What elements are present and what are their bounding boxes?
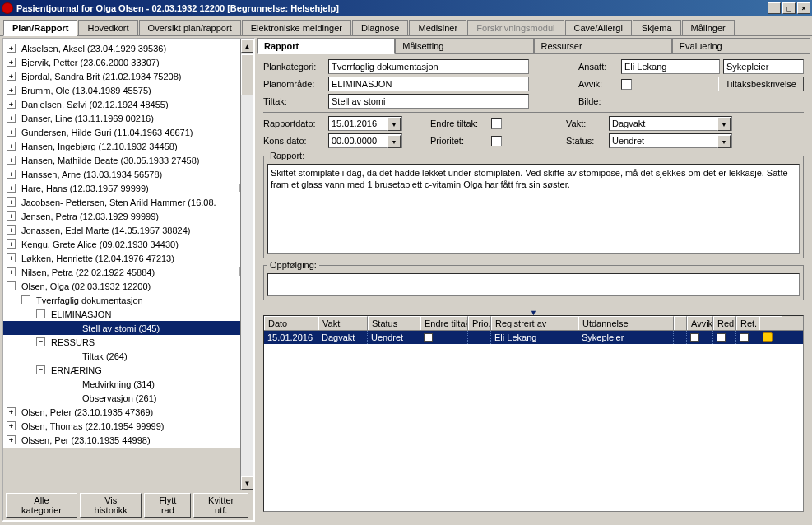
scroll-down-button[interactable]: ▼ [241,476,253,490]
expand-icon[interactable]: + [7,225,16,235]
tab-elektroniskemeldinger[interactable]: Elektroniske meldinger [242,20,351,35]
col-ret[interactable]: Ret. [736,316,759,330]
expand-icon[interactable]: + [7,267,16,276]
collapse-icon[interactable]: − [36,309,45,318]
tree-item[interactable]: Tiltak (264) [3,349,253,363]
avvik-checkbox[interactable] [621,79,632,90]
expand-icon[interactable]: + [7,156,16,165]
tab-medisiner[interactable]: Medisiner [409,20,466,35]
row-red-checkbox[interactable] [713,331,736,344]
col-endre[interactable]: Endre tiltak [420,316,468,330]
collapse-icon[interactable]: − [7,281,16,290]
col-dato[interactable]: Dato [264,316,318,330]
tree-item[interactable]: +Akselsen, Aksel (23.04.1929 39536) [3,41,253,55]
vakt-dropdown[interactable]: Dagvakt [609,116,732,131]
subtab-rapport[interactable]: Rapport [257,38,395,54]
expand-icon[interactable]: + [7,239,16,249]
tree-item[interactable]: +Danser, Line (13.11.1969 00216) [3,111,253,125]
grid-row[interactable]: 15.01.2016 Dagvakt Uendret Eli Lekang Sy… [264,331,803,344]
tree-item[interactable]: Medvirkning (314) [3,377,253,391]
col-avvik[interactable]: Avvik [687,316,713,330]
scroll-thumb[interactable] [241,54,253,95]
collapse-icon[interactable]: − [21,295,30,304]
expand-icon[interactable]: + [7,142,16,151]
tab-diagnose[interactable]: Diagnose [352,20,408,35]
konsdato-dropdown[interactable]: 00.00.0000 [328,133,402,148]
tree-item[interactable]: +Nilsen, Petra (22.02.1922 45884) [3,265,253,279]
tree-item[interactable]: +Løkken, Henriette (12.04.1976 47213) [3,251,253,265]
tree-scrollbar[interactable]: ▲ ▼ [240,39,253,490]
status-dropdown[interactable]: Uendret [609,133,732,148]
maximize-button[interactable]: □ [782,2,796,14]
tab-hovedkort[interactable]: Hovedkort [78,20,137,35]
expand-icon[interactable]: + [7,211,16,221]
scroll-up-button[interactable]: ▲ [241,39,253,53]
endre-tiltak-checkbox[interactable] [491,118,502,129]
expand-icon[interactable]: + [7,421,16,430]
expand-icon[interactable]: + [7,435,16,444]
tree-item[interactable]: +Jacobsen- Pettersen, Sten Arild Hammer … [3,195,253,209]
tree-item[interactable]: −RESSURS [3,335,253,349]
tree-item[interactable]: +Hansen, Mathilde Beate (30.05.1933 2745… [3,153,253,167]
tree-item[interactable]: −ERNÆRING [3,363,253,377]
expand-icon[interactable]: + [7,58,16,67]
patient-tree[interactable]: +Akselsen, Aksel (23.04.1929 39536)+Bjer… [3,39,253,448]
kvitter-utf-button[interactable]: Kvitter utf. [193,493,248,518]
rapport-textarea[interactable]: Skiftet stomiplate i dag, da det hadde l… [267,164,800,254]
col-icon[interactable] [759,316,782,330]
tree-item[interactable]: +Jensen, Petra (12.03.1929 99999) [3,209,253,223]
expand-icon[interactable]: + [7,197,16,207]
tree-item[interactable]: +Hansen, Ingebjørg (12.10.1932 34458) [3,139,253,153]
tiltaksbeskrivelse-button[interactable]: Tiltaksbeskrivelse [718,77,804,91]
tree-item[interactable]: +Brumm, Ole (13.04.1989 45575) [3,83,253,97]
tree-item[interactable]: −Tverrfaglig dokumentasjon [3,293,253,307]
subtab-ressurser[interactable]: Ressurser [534,38,672,53]
rapportdato-dropdown[interactable]: 15.01.2016 [328,116,402,131]
tab-oversiktplanrapport[interactable]: Oversikt plan/rapport [139,20,241,35]
splitter-handle[interactable]: ▼ [263,309,804,315]
tree-item[interactable]: +Hanssen, Arne (13.03.1934 56578) [3,167,253,181]
tree-item[interactable]: Observasjon (261) [3,391,253,405]
prioritet-checkbox[interactable] [491,136,502,146]
expand-icon[interactable]: + [7,184,16,193]
vis-historikk-button[interactable]: Vis historikk [80,493,142,518]
tree-item[interactable]: Stell av stomi (345) [3,321,253,335]
tree-item[interactable]: +Gundersen, Hilde Guri (11.04.1963 46671… [3,125,253,139]
tree-item[interactable]: +Olsen, Peter (23.10.1935 47369) [3,405,253,419]
collapse-icon[interactable]: − [36,365,45,374]
row-endre-checkbox[interactable] [420,331,468,344]
col-blank[interactable] [674,316,687,330]
col-red[interactable]: Red. [713,316,736,330]
tree-item[interactable]: +Danielsen, Sølvi (02.12.1924 48455) [3,97,253,111]
tree-item[interactable]: +Hare, Hans (12.03.1957 99999) [3,181,253,195]
expand-icon[interactable]: + [7,407,16,416]
tab-mlinger[interactable]: Målinger [682,20,735,35]
tree-item[interactable]: +Bjervik, Petter (23.06.2000 33307) [3,55,253,69]
tab-planrapport[interactable]: Plan/Rapport [3,20,77,36]
flytt-rad-button[interactable]: Flytt rad [144,493,191,518]
expand-icon[interactable]: + [7,86,16,95]
row-ret-checkbox[interactable] [736,331,759,344]
tab-skjema[interactable]: Skjema [633,20,681,35]
subtab-evaluering[interactable]: Evaluering [672,38,810,53]
col-vakt[interactable]: Vakt [318,316,368,330]
col-prio[interactable]: Prio. [468,316,491,330]
expand-icon[interactable]: + [7,44,16,53]
close-button[interactable]: × [797,2,810,14]
expand-icon[interactable]: + [7,253,16,262]
history-grid[interactable]: Dato Vakt Status Endre tiltak Prio. Regi… [263,315,804,512]
tree-item[interactable]: −ELIMINASJON [3,307,253,321]
tree-item[interactable]: −Olsen, Olga (02.03.1932 12200) [3,279,253,293]
tree-item[interactable]: +Kengu, Grete Alice (09.02.1930 34430) [3,237,253,251]
minimize-button[interactable]: _ [768,2,781,14]
expand-icon[interactable]: + [7,128,16,137]
expand-icon[interactable]: + [7,100,16,109]
expand-icon[interactable]: + [7,170,16,179]
expand-icon[interactable]: + [7,114,16,123]
tree-item[interactable]: +Jonassen, Edel Marte (14.05.1957 38824) [3,223,253,237]
row-avvik-checkbox[interactable] [687,331,713,344]
collapse-icon[interactable]: − [36,337,45,346]
tree-item[interactable]: +Olsen, Thomas (22.10.1954 99999) [3,419,253,433]
col-reg[interactable]: Registrert av [491,316,578,330]
subtab-målsetting[interactable]: Målsetting [395,38,533,53]
